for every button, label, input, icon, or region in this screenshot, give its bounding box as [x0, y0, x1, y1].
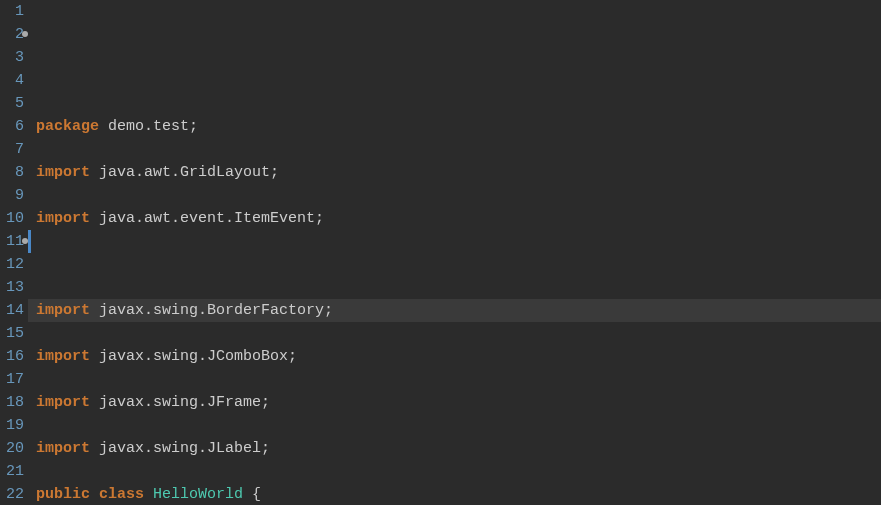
line-number: 9 — [0, 184, 24, 207]
line-number: 12 — [0, 253, 24, 276]
line-number: 5 — [0, 92, 24, 115]
line-number: 7 — [0, 138, 24, 161]
line-number: 15 — [0, 322, 24, 345]
code-line[interactable]: public class HelloWorld { — [36, 483, 881, 505]
line-number: 10 — [0, 207, 24, 230]
line-number: 2 — [0, 23, 24, 46]
line-number: 11 — [0, 230, 24, 253]
line-number: 14 — [0, 299, 24, 322]
code-line[interactable]: import java.awt.event.ItemEvent; — [36, 207, 881, 230]
line-number: 8 — [0, 161, 24, 184]
line-number: 18 — [0, 391, 24, 414]
line-marker — [28, 230, 31, 253]
code-line[interactable]: import java.awt.GridLayout; — [36, 161, 881, 184]
line-number: 6 — [0, 115, 24, 138]
line-number-gutter: 1 2 3 4 5 6 7 8 9 10 11 12 13 14 15 16 1… — [0, 0, 28, 505]
code-editor[interactable]: package demo.test; import java.awt.GridL… — [28, 0, 881, 505]
line-number: 22 — [0, 483, 24, 505]
line-number: 3 — [0, 46, 24, 69]
line-number: 19 — [0, 414, 24, 437]
line-number: 16 — [0, 345, 24, 368]
code-line[interactable]: import javax.swing.JLabel; — [36, 437, 881, 460]
line-number: 4 — [0, 69, 24, 92]
line-number: 21 — [0, 460, 24, 483]
line-number: 1 — [0, 0, 24, 23]
code-line[interactable]: import javax.swing.BorderFactory; — [36, 299, 881, 322]
line-number: 17 — [0, 368, 24, 391]
code-line[interactable]: import javax.swing.JComboBox; — [36, 345, 881, 368]
code-line[interactable]: package demo.test; — [36, 115, 881, 138]
code-line[interactable] — [36, 253, 881, 276]
line-number: 20 — [0, 437, 24, 460]
code-line[interactable]: import javax.swing.JFrame; — [36, 391, 881, 414]
line-number: 13 — [0, 276, 24, 299]
